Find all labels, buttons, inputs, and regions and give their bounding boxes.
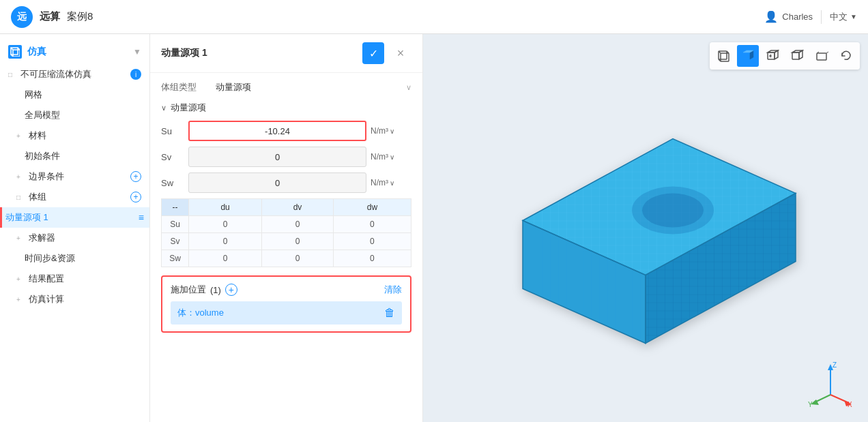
- case-name: 案例8: [67, 10, 93, 23]
- sw-row: Sw N/m³ ∨: [161, 172, 411, 193]
- sv-dw-cell[interactable]: 0: [333, 233, 411, 250]
- su-du-cell[interactable]: 0: [189, 216, 262, 233]
- volume-label: 体：volume: [177, 307, 224, 319]
- depression-inner: [642, 193, 704, 227]
- sidebar-cube-icon: [8, 45, 22, 59]
- volume-row: 体：volume 🗑: [171, 301, 402, 325]
- su-row: Su N/m³ ∨: [161, 121, 411, 141]
- chevron-icon: ∨: [406, 83, 411, 92]
- body-type-row: 体组类型 动量源项 ∨: [161, 81, 411, 93]
- add-boundary-icon[interactable]: +: [130, 171, 141, 182]
- topbar-right: 👤 Charles 中文 ▼: [764, 10, 857, 24]
- col-du: du: [189, 199, 262, 216]
- expand-icon: +: [16, 275, 25, 283]
- sidebar-item-initial[interactable]: 初始条件: [0, 146, 149, 166]
- sv-input[interactable]: [188, 147, 366, 167]
- unit-chevron-icon: ∨: [390, 127, 394, 135]
- expand-icon: +: [16, 235, 25, 242]
- sidebar-header: 仿真 ▼: [0, 40, 149, 64]
- derivative-table: -- du dv dw Su 0 0 0 Sv 0: [161, 198, 411, 267]
- section-label: 动量源项: [171, 102, 206, 114]
- sv-label: Sv: [161, 152, 188, 162]
- expand-icon: +: [16, 132, 25, 140]
- material-label: 材料: [29, 130, 46, 142]
- panel-body: 体组类型 动量源项 ∨ ∨ 动量源项 Su N/m³ ∨: [150, 73, 422, 422]
- su-input[interactable]: [188, 121, 366, 141]
- su-dw-cell[interactable]: 0: [333, 216, 411, 233]
- sw-label: Sw: [161, 178, 188, 188]
- sidebar-item-material[interactable]: + 材料: [0, 125, 149, 146]
- sidebar-item-boundary[interactable]: + 边界条件 +: [0, 166, 149, 187]
- add-position-button[interactable]: +: [225, 284, 237, 296]
- username: Charles: [782, 12, 813, 22]
- unit-chevron-icon: ∨: [390, 179, 394, 187]
- language-selector[interactable]: 中文 ▼: [830, 11, 857, 23]
- expand-icon: +: [16, 173, 25, 181]
- sidebar-collapse-icon[interactable]: ▼: [133, 47, 141, 57]
- sv-row: Sv N/m³ ∨: [161, 147, 411, 167]
- info-icon: i: [130, 69, 141, 80]
- left-view-button[interactable]: [762, 45, 783, 67]
- svg-marker-15: [768, 50, 778, 52]
- sw-du-cell[interactable]: 0: [189, 250, 262, 267]
- svg-rect-1: [13, 50, 20, 57]
- sidebar-item-global-model[interactable]: 全局模型: [0, 105, 149, 125]
- sidebar-item-mesh[interactable]: 网格: [0, 85, 149, 105]
- section-toggle[interactable]: ∨ 动量源项: [161, 102, 411, 114]
- sv-du-cell[interactable]: 0: [189, 233, 262, 250]
- sidebar-item-sim-calc[interactable]: + 仿真计算: [0, 289, 149, 310]
- svg-rect-17: [792, 52, 799, 59]
- svg-rect-20: [817, 53, 826, 60]
- timestep-label: 时间步&资源: [25, 252, 75, 265]
- confirm-button[interactable]: ✓: [362, 42, 384, 64]
- mesh-visualization: [468, 97, 823, 359]
- detail-panel: 动量源项 1 ✓ × 体组类型 动量源项 ∨ ∨ 动量源项 S: [150, 34, 423, 422]
- sidebar-item-solver[interactable]: + 求解器: [0, 228, 149, 248]
- expand-icon: □: [8, 71, 16, 78]
- sw-dw-cell[interactable]: 0: [333, 250, 411, 267]
- mesh-label: 网格: [25, 89, 42, 101]
- table-row: Sw 0 0 0: [162, 250, 411, 267]
- solid-view-button[interactable]: [737, 45, 759, 67]
- clear-button[interactable]: 清除: [384, 284, 402, 296]
- user-icon: 👤: [764, 10, 778, 23]
- lang-label: 中文: [830, 11, 848, 23]
- volume-prefix: 体：: [177, 307, 195, 318]
- su-dv-cell[interactable]: 0: [262, 216, 334, 233]
- topbar-left: 远 远算 案例8: [11, 6, 93, 28]
- close-button[interactable]: ×: [390, 42, 411, 64]
- sidebar-item-timestep[interactable]: 时间步&资源: [0, 248, 149, 269]
- position-title: 施加位置 (1) +: [171, 284, 237, 296]
- row-sv-label: Sv: [162, 233, 189, 250]
- sv-dv-cell[interactable]: 0: [262, 233, 334, 250]
- body-type-value: 动量源项 ∨: [216, 81, 411, 93]
- sidebar-item-result-config[interactable]: + 结果配置: [0, 269, 149, 289]
- sw-unit[interactable]: N/m³ ∨: [371, 172, 411, 193]
- add-body-icon[interactable]: +: [130, 192, 141, 202]
- divider: [821, 10, 822, 24]
- row-sw-label: Sw: [162, 250, 189, 267]
- sidebar-item-incompressible[interactable]: □ 不可压缩流体仿真 i: [0, 64, 149, 85]
- sidebar-item-momentum-source[interactable]: 动量源项 1 ≡: [0, 207, 149, 228]
- row-su-label: Su: [162, 216, 189, 233]
- delete-volume-button[interactable]: 🗑: [384, 307, 395, 319]
- sv-unit[interactable]: N/m³ ∨: [371, 147, 411, 167]
- viewport-toolbar: [710, 42, 860, 70]
- sw-dv-cell[interactable]: 0: [262, 250, 334, 267]
- initial-label: 初始条件: [25, 150, 60, 162]
- reset-view-button[interactable]: [835, 45, 857, 67]
- chevron-down-icon: ▼: [850, 13, 857, 20]
- panel-actions: ✓ ×: [362, 42, 411, 64]
- right-view-button[interactable]: [786, 45, 808, 67]
- su-label: Su: [161, 126, 188, 136]
- mesh-svg: [468, 97, 823, 357]
- wireframe-view-button[interactable]: [712, 45, 734, 67]
- flat-view-button[interactable]: [811, 45, 833, 67]
- position-section: 施加位置 (1) + 清除 体：volume 🗑: [161, 275, 411, 333]
- su-unit[interactable]: N/m³ ∨: [371, 121, 411, 141]
- momentum-source-label: 动量源项 1: [5, 211, 139, 224]
- axis-indicator: Z Y X: [807, 361, 854, 408]
- menu-icon: ≡: [139, 212, 144, 223]
- sidebar-item-body-group[interactable]: □ 体组 +: [0, 187, 149, 207]
- sw-input[interactable]: [188, 172, 366, 193]
